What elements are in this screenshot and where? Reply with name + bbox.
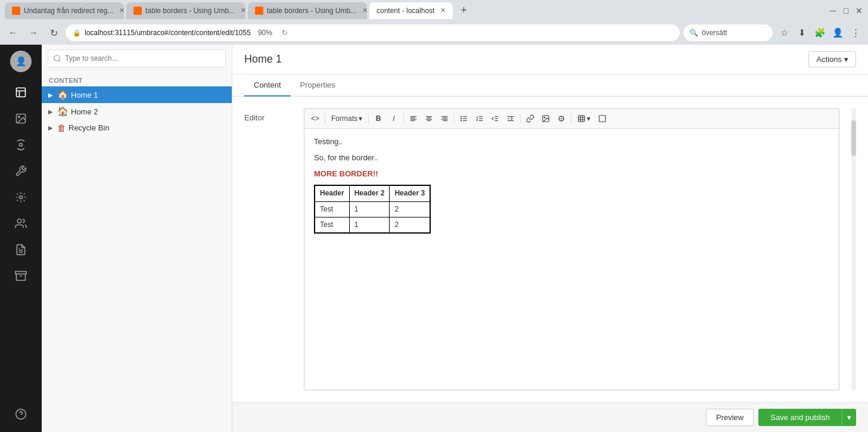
minimize-button[interactable]: ─ (829, 7, 837, 15)
tree-item-recycle[interactable]: ▶ 🗑 Recycle Bin (42, 120, 232, 136)
svg-point-29 (461, 120, 462, 121)
macros-button[interactable]: ⚙ (554, 111, 568, 126)
separator-1 (325, 113, 325, 124)
back-button[interactable]: ← (5, 24, 21, 41)
main-header: Home 1 Actions ▾ (232, 45, 868, 74)
browser-navbar: ← → ↻ 🔒 localhost:31115/umbraco#/content… (0, 21, 868, 45)
fullscreen-button[interactable] (595, 111, 609, 126)
tab-close-1[interactable]: ✕ (119, 7, 124, 14)
outdent-button[interactable] (488, 111, 502, 126)
tree-item-home1[interactable]: ▶ 🏠 Home 1 (42, 86, 232, 103)
avatar[interactable]: 👤 (10, 51, 32, 72)
avatar-icon: 👤 (15, 56, 27, 67)
editor-content-area[interactable]: Testing.. So, for the border.. MORE BORD… (304, 129, 839, 367)
scrollbar-track[interactable] (851, 108, 856, 390)
save-publish-button[interactable]: Save and publish (758, 409, 842, 426)
tab-1[interactable]: Undantag från redirect reg... ✕ (5, 2, 124, 19)
actions-button[interactable]: Actions ▾ (808, 51, 856, 67)
table-cell-1-1: Test (315, 201, 349, 217)
editor-toolbar: <> Formats ▾ B I (304, 109, 839, 129)
tree-item-home2[interactable]: ▶ 🏠 Home 2 (42, 103, 232, 120)
source-button[interactable]: <> (308, 111, 322, 126)
bookmark-icon[interactable]: ☆ (776, 25, 792, 41)
tab-favicon-3 (255, 7, 263, 15)
extension-icon[interactable]: 🧩 (812, 25, 827, 41)
menu-icon[interactable]: ⋮ (848, 25, 863, 41)
italic-button[interactable]: I (387, 111, 401, 126)
rail-tools-icon[interactable] (9, 159, 33, 183)
table-button[interactable]: ▾ (574, 111, 594, 126)
forward-button[interactable]: → (25, 24, 42, 41)
window-controls: ─ □ ✕ (829, 7, 863, 15)
table-cell-2-2: 1 (349, 217, 390, 233)
table-row-2: Test 1 2 (315, 217, 430, 233)
download-icon[interactable]: ⬇ (794, 25, 810, 41)
close-button[interactable]: ✕ (855, 7, 863, 15)
svg-point-3 (20, 144, 23, 147)
security-icon: 🔒 (73, 29, 81, 37)
tab-label-4: content - localhost (377, 7, 434, 15)
save-publish-dropdown[interactable]: ▾ (842, 409, 856, 426)
image-button[interactable] (539, 111, 553, 126)
ordered-list-button[interactable] (472, 111, 487, 126)
save-label: Save and publish (770, 413, 830, 422)
reload-button[interactable]: ↻ (45, 24, 62, 41)
tab-label-2: table borders - Using Umb... (145, 7, 235, 15)
editor-table[interactable]: Header Header 2 Header 3 Test 1 2 Test 1 (314, 185, 431, 234)
app: 👤 (0, 45, 868, 432)
align-center-button[interactable] (422, 111, 436, 126)
tree-arrow-recycle: ▶ (46, 124, 55, 132)
tab-properties-label: Properties (300, 80, 335, 89)
reload-inline-icon[interactable]: ↻ (282, 29, 288, 37)
tab-4[interactable]: content - localhost ✕ (369, 2, 453, 19)
maximize-button[interactable]: □ (842, 7, 850, 15)
table-cell-2-3: 2 (390, 217, 430, 233)
footer: Preview Save and publish ▾ (232, 402, 868, 432)
rail-media-icon[interactable] (9, 107, 33, 130)
preview-button[interactable]: Preview (706, 409, 754, 426)
url-text: localhost:31115/umbraco#/content/content… (85, 29, 251, 37)
tree-arrow-home2: ▶ (46, 107, 55, 116)
link-button[interactable] (523, 111, 537, 126)
sidebar-search-input[interactable] (48, 49, 226, 67)
browser-search[interactable]: 🔍 översätt (683, 24, 773, 41)
zoom-level: 90% (254, 29, 276, 37)
align-left-button[interactable] (406, 111, 421, 126)
rail-gear-icon[interactable] (9, 185, 33, 209)
sidebar: CONTENT ▶ 🏠 Home 1 ▶ 🏠 Home 2 ▶ 🗑 Recycl… (42, 45, 232, 432)
rail-content-icon[interactable] (9, 80, 33, 104)
rail-settings-icon[interactable] (9, 133, 33, 157)
svg-rect-42 (599, 116, 606, 122)
tab-close-4[interactable]: ✕ (440, 7, 446, 14)
page-title: Home 1 (244, 53, 282, 66)
bold-button[interactable]: B (371, 111, 385, 126)
tab-close-2[interactable]: ✕ (241, 7, 245, 14)
tab-favicon-2 (133, 7, 142, 15)
address-bar[interactable]: 🔒 localhost:31115/umbraco#/content/conte… (66, 24, 680, 41)
table-row-1: Test 1 2 (315, 201, 430, 217)
svg-rect-41 (578, 116, 585, 122)
svg-point-40 (544, 117, 545, 118)
tab-close-3[interactable]: ✕ (362, 7, 367, 14)
formats-dropdown[interactable]: Formats ▾ (328, 111, 366, 126)
rail-forms-icon[interactable] (9, 238, 33, 262)
unordered-list-button[interactable] (457, 111, 471, 126)
tab-3[interactable]: table borders - Using Umb... ✕ (248, 2, 367, 19)
svg-rect-8 (15, 272, 26, 274)
rail-packages-icon[interactable] (9, 264, 33, 288)
indent-button[interactable] (503, 111, 518, 126)
table-arrow: ▾ (587, 114, 590, 123)
tab-content[interactable]: Content (244, 74, 291, 97)
tab-2[interactable]: table borders - Using Umb... ✕ (126, 2, 245, 19)
tab-properties[interactable]: Properties (291, 74, 345, 97)
svg-point-28 (461, 118, 462, 119)
search-icon: 🔍 (689, 29, 698, 37)
rail-users-icon[interactable] (9, 212, 33, 235)
align-right-button[interactable] (437, 111, 452, 126)
actions-label: Actions (816, 55, 842, 64)
profile-icon[interactable]: 👤 (830, 25, 845, 41)
scrollbar-thumb[interactable] (851, 120, 856, 156)
rail-help-icon[interactable] (9, 402, 33, 426)
new-tab-button[interactable]: + (455, 2, 472, 19)
svg-point-2 (18, 116, 20, 118)
